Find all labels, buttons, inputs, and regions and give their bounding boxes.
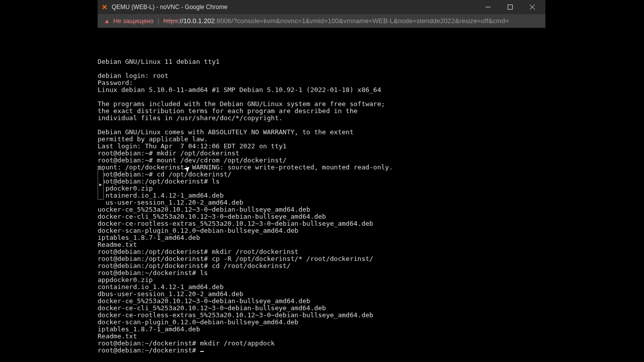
minimize-button[interactable] bbox=[477, 0, 499, 14]
svg-rect-1 bbox=[508, 5, 513, 10]
terminal-line: docker-ce-cli_5%253a20.10.12~3-0~debian-… bbox=[98, 213, 545, 220]
window-title: QEMU (WEB-L) - noVNC - Google Chrome bbox=[112, 4, 227, 11]
url-host: ://10.0.1.202 bbox=[178, 17, 215, 25]
terminal-line: root@debian:~# mount /dev/cdrom /opt/doc… bbox=[98, 157, 545, 164]
terminal-line: docker-ce-rootless-extras_5%253a20.10.12… bbox=[98, 312, 545, 319]
terminal-line: Debian GNU/Linux comes with ABSOLUTELY N… bbox=[98, 129, 545, 136]
maximize-button[interactable] bbox=[499, 0, 521, 14]
terminal-line: individual files in /usr/share/doc/*/cop… bbox=[98, 115, 545, 122]
url-path: :8006/?console=kvm&novnc=1&vmid=100&vmna… bbox=[215, 17, 509, 25]
terminal-cursor bbox=[200, 351, 204, 352]
security-warning[interactable]: ▲ Не защищено bbox=[104, 17, 153, 25]
terminal-line: The programs included with the Debian GN… bbox=[98, 101, 545, 108]
terminal-line: root@debian:/opt/dockerinst# cd /root/do… bbox=[98, 262, 545, 269]
terminal-line: ntainerd.io_1.4.12-1_amd64.deb bbox=[98, 192, 545, 199]
proxmox-logo-icon: ✕ bbox=[102, 4, 108, 11]
terminal-line: docker-ce-cli_5%253a20.10.12~3-0~debian-… bbox=[98, 305, 545, 312]
terminal-line: Readme.txt bbox=[98, 241, 545, 248]
terminal-line: root@debian:~# cd /opt/dockerinst/ bbox=[98, 171, 545, 178]
terminal-line: root@debian:~/dockerinst# ls bbox=[98, 269, 545, 277]
terminal-line: iptables_1.8.7-1_amd64.deb bbox=[98, 234, 545, 241]
terminal-line: docker-scan-plugin_0.12.0~debian-bullsey… bbox=[98, 319, 545, 326]
address-bar[interactable]: ▲ Не защищено | https://10.0.1.202:8006/… bbox=[98, 14, 545, 28]
url-display[interactable]: https://10.0.1.202:8006/?console=kvm&nov… bbox=[164, 17, 509, 25]
terminal-line: root@debian:~/dockerinst# bbox=[98, 347, 545, 354]
terminal-line: dbus-user-session_1.12.20-2_amd64.deb bbox=[98, 291, 545, 298]
terminal-line: Debian GNU/Linux 11 debian tty1 bbox=[98, 58, 545, 65]
terminal-line: root@debian:/opt/dockerinst# ls bbox=[98, 178, 545, 185]
security-text: Не защищено bbox=[113, 18, 153, 25]
terminal-line: the exact distribution terms for each pr… bbox=[98, 108, 545, 115]
terminal-line: iptables_1.8.7-1_amd64.deb bbox=[98, 326, 545, 333]
terminal-line: pdocker0.zip bbox=[98, 185, 545, 192]
terminal-line: Linux debian 5.10.0-11-amd64 #1 SMP Debi… bbox=[98, 86, 545, 94]
terminal-line: debian login: root bbox=[98, 72, 545, 79]
terminal-line bbox=[98, 65, 545, 72]
terminal-line: Password: bbox=[98, 79, 545, 86]
terminal-line bbox=[98, 122, 545, 129]
terminal-line: docker-scan-plugin_0.12.0~debian-bullsey… bbox=[98, 227, 545, 234]
terminal-line: permitted by applicable law. bbox=[98, 136, 545, 143]
terminal-line: Readme.txt bbox=[98, 333, 545, 340]
terminal-line: root@debian:/opt/dockerinst# mkdir /root… bbox=[98, 248, 545, 255]
url-scheme: https bbox=[164, 17, 178, 25]
terminal-line: mount: /opt/dockerinst: WARNING: source … bbox=[98, 164, 545, 171]
titlebar[interactable]: ✕ QEMU (WEB-L) - noVNC - Google Chrome bbox=[98, 0, 545, 14]
close-button[interactable] bbox=[521, 0, 543, 14]
novnc-panel-handle[interactable]: ▶ bbox=[98, 169, 104, 200]
terminal-line: docker-ce-rootless-extras_5%253a20.10.12… bbox=[98, 220, 545, 227]
terminal-line: uocker-ce_5%253a20.10.12~3-0~debian-bull… bbox=[98, 206, 545, 213]
terminal-line: docker-ce_5%253a20.10.12~3-0~debian-bull… bbox=[98, 298, 545, 305]
terminal-viewport[interactable]: ▶ Debian GNU/Linux 11 debian tty1debian … bbox=[98, 28, 545, 362]
divider: | bbox=[157, 17, 159, 25]
terminal-line: root@debian:~/dockerinst# mkdir /root/ap… bbox=[98, 340, 545, 347]
terminal-line bbox=[98, 94, 545, 101]
terminal-line: root@debian:/opt/dockerinst# cp -R /opt/… bbox=[98, 255, 545, 262]
terminal-line: root@debian:~# mkdir /opt/dockerinst bbox=[98, 150, 545, 157]
terminal-line: appdocker0.zip bbox=[98, 277, 545, 284]
terminal-line: us-user-session_1.12.20-2_amd64.deb bbox=[98, 199, 545, 206]
warning-icon: ▲ bbox=[104, 17, 110, 25]
browser-window: ✕ QEMU (WEB-L) - noVNC - Google Chrome ▲… bbox=[98, 0, 545, 362]
terminal-line: Last login: Thu Apr 7 04:12:06 EDT 2022 … bbox=[98, 143, 545, 150]
terminal-line: containerd.io_1.4.12-1_amd64.deb bbox=[98, 284, 545, 291]
window-controls bbox=[477, 0, 543, 14]
